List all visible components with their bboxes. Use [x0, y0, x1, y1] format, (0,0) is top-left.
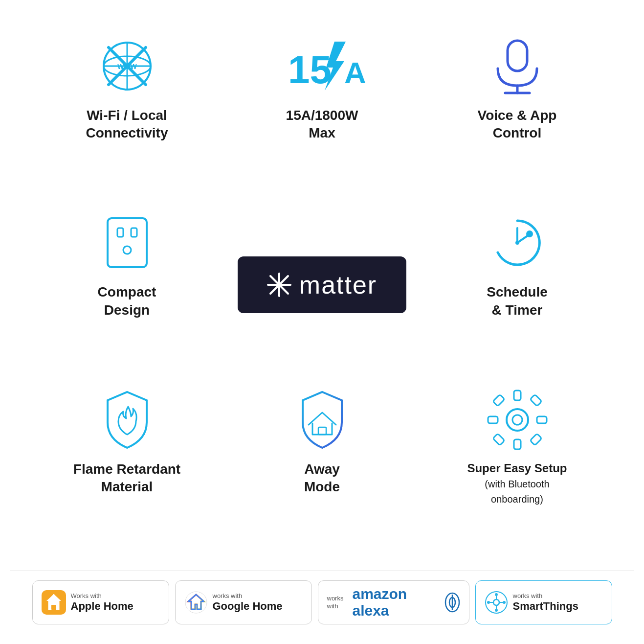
svg-rect-33 [530, 394, 541, 406]
svg-rect-29 [514, 439, 521, 449]
schedule-label: Schedule& Timer [487, 283, 547, 319]
alexa-icon [444, 592, 460, 613]
smartthings-badge: works with SmartThings [475, 580, 612, 624]
svg-text:15: 15 [288, 48, 332, 92]
away-icon [290, 388, 354, 452]
svg-rect-10 [508, 41, 527, 71]
alexa-badge: workswith amazon alexa [318, 580, 469, 624]
setup-label: Super Easy Setup(with Bluetoothonboardin… [467, 460, 567, 506]
svg-rect-34 [492, 434, 504, 445]
apple-home-badge: Works with Apple Home [32, 580, 169, 624]
wifi-local-icon: WWW [95, 34, 159, 98]
svg-rect-35 [530, 434, 541, 445]
feature-voice: Voice & AppControl [420, 20, 615, 196]
feature-schedule: Schedule& Timer [420, 196, 615, 373]
feature-compact: CompactDesign [29, 196, 224, 373]
svg-point-27 [507, 409, 528, 431]
svg-rect-28 [514, 391, 521, 400]
google-home-badge: works with Google Home [175, 580, 312, 624]
svg-rect-26 [318, 427, 326, 435]
schedule-icon [486, 211, 549, 275]
features-grid: WWW Wi-Fi / LocalConnectivity 15 A 15A/1… [0, 0, 644, 570]
svg-rect-39 [51, 605, 56, 610]
feature-setup: Super Easy Setup(with Bluetoothonboardin… [420, 373, 615, 560]
svg-rect-15 [131, 228, 137, 237]
setup-icon [486, 388, 549, 452]
svg-rect-32 [492, 394, 504, 406]
svg-rect-13 [108, 218, 147, 267]
svg-text:A: A [344, 56, 366, 90]
flame-label: Flame RetardantMaterial [73, 460, 180, 496]
google-home-icon [184, 591, 208, 614]
smartthings-brand: SmartThings [513, 600, 578, 613]
matter-text: matter [299, 270, 377, 299]
power-label: 15A/1800WMax [286, 107, 358, 142]
compact-label: CompactDesign [98, 283, 156, 319]
svg-rect-30 [488, 416, 498, 423]
matter-badge: matter [238, 256, 406, 313]
svg-point-47 [493, 599, 499, 605]
away-label: AwayMode [304, 460, 340, 496]
alexa-brand-text: amazon alexa [352, 586, 435, 619]
smartthings-works-with-text: works with [513, 592, 543, 600]
flame-icon [95, 388, 159, 452]
svg-point-48 [495, 593, 498, 596]
feature-away: AwayMode [224, 373, 420, 560]
google-home-brand: Google Home [213, 600, 283, 613]
svg-line-25 [517, 235, 528, 243]
smartthings-icon [485, 591, 508, 614]
alexa-works-with-text: workswith [327, 595, 344, 610]
apple-home-brand: Apple Home [71, 600, 133, 613]
apple-works-with-text: Works with [71, 592, 102, 600]
compact-icon [95, 211, 159, 275]
feature-power: 15 A 15A/1800WMax [224, 20, 420, 196]
svg-point-49 [495, 609, 498, 612]
google-works-with-text: works with [213, 592, 243, 600]
voice-label: Voice & AppControl [478, 107, 557, 142]
wifi-label: Wi-Fi / LocalConnectivity [86, 107, 168, 142]
svg-point-51 [503, 601, 506, 604]
svg-point-50 [487, 601, 490, 604]
svg-point-21 [277, 282, 282, 287]
svg-point-36 [512, 415, 522, 425]
feature-wifi: WWW Wi-Fi / LocalConnectivity [29, 20, 224, 196]
feature-matter: matter [224, 196, 420, 373]
svg-point-16 [123, 246, 131, 254]
svg-rect-14 [117, 228, 123, 237]
power-icon: 15 A [290, 34, 354, 98]
apple-home-icon [42, 590, 66, 615]
compatibility-badges: Works with Apple Home [10, 570, 634, 644]
svg-rect-31 [537, 416, 547, 423]
feature-flame: Flame RetardantMaterial [29, 373, 224, 560]
voice-icon [486, 34, 549, 98]
